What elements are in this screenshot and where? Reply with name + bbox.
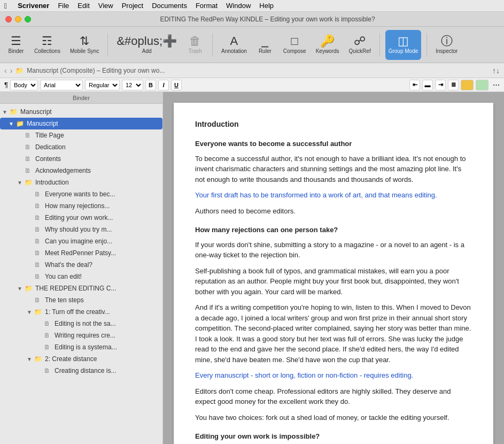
binder-item-why-should[interactable]: 🗎 Why should you try m... bbox=[0, 224, 162, 235]
italic-button[interactable]: I bbox=[158, 80, 169, 90]
align-justify-button[interactable]: ≣ bbox=[448, 80, 459, 90]
underline-button[interactable]: U bbox=[171, 80, 182, 90]
binder-header: Binder bbox=[0, 92, 162, 104]
apple-menu[interactable]:  bbox=[4, 2, 7, 10]
navbar: ‹ › 📁 Manuscript (Composite) – Editing y… bbox=[0, 63, 504, 78]
writing-requires-label: Writing requires cre... bbox=[55, 332, 160, 339]
editor-page[interactable]: Introduction Everyone wants to become a … bbox=[174, 103, 493, 444]
collections-icon: ☶ bbox=[42, 35, 52, 47]
font-color-button[interactable] bbox=[461, 80, 474, 90]
why-should-label: Why should you try m... bbox=[45, 226, 160, 233]
inspector-button[interactable]: ⓘ Inspector bbox=[432, 30, 461, 60]
group-mode-button[interactable]: ◫ Group Mode bbox=[385, 30, 422, 60]
binder-manuscript[interactable]: ▼ 📁 Manuscript bbox=[0, 118, 162, 129]
menu-view[interactable]: View bbox=[98, 2, 113, 10]
format-bar: ¶ Body Arial Regular 12 B I U ⇤ ▬ ⇥ ≣ ⋯ bbox=[0, 78, 504, 92]
section-title: Introduction bbox=[195, 119, 472, 130]
compose-button[interactable]: □ Compose bbox=[280, 30, 309, 60]
font-size-select[interactable]: 12 bbox=[122, 80, 143, 90]
app-name: Scrivener bbox=[18, 2, 49, 10]
menu-file[interactable]: File bbox=[58, 2, 69, 10]
binder-item-ten-steps[interactable]: 🗎 The ten steps bbox=[0, 294, 162, 306]
align-center-button[interactable]: ▬ bbox=[422, 80, 433, 90]
binder-root-item[interactable]: ▼ 📁 Manuscript bbox=[0, 106, 162, 118]
doc-icon-acknowledgements: 🗎 bbox=[25, 167, 33, 174]
intro-expand: ▼ bbox=[17, 180, 25, 186]
collections-button[interactable]: ☶ Collections bbox=[31, 30, 64, 60]
highlight-button[interactable] bbox=[476, 80, 489, 90]
ten-steps-label: The ten steps bbox=[45, 296, 160, 304]
bold-button[interactable]: B bbox=[145, 80, 156, 90]
nav-arrows-up-down[interactable]: ↑↓ bbox=[492, 66, 500, 75]
binder-item-the-redpen[interactable]: ▼ 📁 THE REDPEN EDITING C... bbox=[0, 282, 162, 294]
main-area: Binder ▼ 📁 Manuscript ▼ 📁 Manuscript 🗎 T… bbox=[0, 92, 504, 444]
binder-item-how-many[interactable]: 🗎 How many rejections... bbox=[0, 200, 162, 212]
menu-bar:  Scrivener File Edit View Project Docum… bbox=[0, 0, 504, 12]
menu-format[interactable]: Format bbox=[196, 2, 218, 10]
binder-item-contents[interactable]: 🗎 Contents bbox=[0, 153, 162, 165]
minimize-button[interactable] bbox=[15, 16, 21, 22]
align-left-button[interactable]: ⇤ bbox=[409, 80, 420, 90]
everyone-label: Everyone wants to bec... bbox=[45, 190, 160, 198]
divider-4 bbox=[427, 33, 427, 57]
mobile-sync-label: Mobile Sync bbox=[70, 48, 99, 54]
mobile-sync-button[interactable]: ⇅ Mobile Sync bbox=[67, 30, 102, 60]
nav-path-text: Manuscript (Composite) – Editing your ow… bbox=[27, 67, 489, 74]
font-weight-select[interactable]: Regular bbox=[85, 80, 120, 90]
menu-project[interactable]: Project bbox=[122, 2, 143, 10]
binder-item-everyone[interactable]: 🗎 Everyone wants to bec... bbox=[0, 188, 162, 200]
manuscript-folder-icon: 📁 bbox=[16, 120, 25, 127]
inspector-icon: ⓘ bbox=[441, 35, 453, 47]
binder-item-create-distance[interactable]: ▼ 📁 2: Create distance bbox=[0, 353, 162, 365]
add-button[interactable]: &#oplus;➕ Add bbox=[113, 30, 180, 60]
compose-icon: □ bbox=[291, 35, 298, 47]
quickref-button[interactable]: ☍ QuickRef bbox=[346, 30, 374, 60]
block-para-7: And if it's a writing competition you're… bbox=[195, 302, 472, 365]
binder-item-you-can-edit[interactable]: 🗎 You can edit! bbox=[0, 271, 162, 282]
block-para-6: Self-publishing a book full of typos, an… bbox=[195, 266, 472, 297]
paragraph-style-select[interactable]: Body bbox=[10, 80, 38, 90]
close-button[interactable] bbox=[5, 16, 12, 22]
binder-item-title-page[interactable]: 🗎 Title Page bbox=[0, 129, 162, 141]
trash-label: Trash bbox=[188, 48, 201, 54]
ruler-icon: ⎯ bbox=[261, 35, 268, 47]
binder-item-whats-deal[interactable]: 🗎 What's the deal? bbox=[0, 259, 162, 271]
binder-item-introduction[interactable]: ▼ 📁 Introduction bbox=[0, 177, 162, 188]
binder-item-dedication[interactable]: 🗎 Dedication bbox=[0, 141, 162, 153]
binder-item-acknowledgements[interactable]: 🗎 Acknowledgements bbox=[0, 165, 162, 177]
font-select[interactable]: Arial bbox=[40, 80, 83, 90]
nav-back-button[interactable]: ‹ bbox=[4, 66, 7, 75]
menu-documents[interactable]: Documents bbox=[152, 2, 187, 10]
how-many-label: How many rejections... bbox=[45, 202, 160, 210]
doc-icon-can-you: 🗎 bbox=[34, 238, 43, 245]
trash-button[interactable]: 🗑 Trash bbox=[183, 30, 207, 60]
traffic-lights bbox=[5, 16, 31, 22]
more-options-button[interactable]: ⋯ bbox=[493, 81, 500, 89]
binder-label: Binder bbox=[9, 48, 24, 54]
binder-item-editing-systema[interactable]: 🗎 Editing is a systema... bbox=[0, 341, 162, 353]
whats-deal-label: What's the deal? bbox=[45, 261, 160, 269]
binder-item-turn-off[interactable]: ▼ 📁 1: Turn off the creativ... bbox=[0, 306, 162, 318]
keywords-button[interactable]: 🔑 Keywords bbox=[313, 30, 343, 60]
annotation-button[interactable]: A Annotation bbox=[218, 30, 250, 60]
nav-forward-button[interactable]: › bbox=[10, 66, 13, 75]
binder-item-editing-own[interactable]: 🗎 Editing your own work... bbox=[0, 212, 162, 224]
doc-icon-deal: 🗎 bbox=[34, 261, 43, 269]
annotation-label: Annotation bbox=[221, 48, 247, 54]
menu-edit[interactable]: Edit bbox=[77, 2, 89, 10]
binder-item-editing-not[interactable]: 🗎 Editing is not the sa... bbox=[0, 318, 162, 330]
binder-item-meet-redpenner[interactable]: 🗎 Meet RedPenner Patsy... bbox=[0, 247, 162, 259]
doc-icon-everyone: 🗎 bbox=[34, 190, 43, 198]
binder-button[interactable]: ☰ Binder bbox=[4, 30, 28, 60]
menu-help[interactable]: Help bbox=[259, 2, 274, 10]
ruler-button[interactable]: ⎯ Ruler bbox=[253, 30, 277, 60]
group-mode-label: Group Mode bbox=[389, 48, 418, 54]
binder-root: ▼ 📁 Manuscript ▼ 📁 Manuscript 🗎 Title Pa… bbox=[0, 104, 162, 379]
align-right-button[interactable]: ⇥ bbox=[435, 80, 446, 90]
menu-window[interactable]: Window bbox=[226, 2, 251, 10]
binder-item-can-you[interactable]: 🗎 Can you imagine enjo... bbox=[0, 235, 162, 247]
binder-item-writing-requires[interactable]: 🗎 Writing requires cre... bbox=[0, 330, 162, 341]
binder-item-creating-distance[interactable]: 🗎 Creating distance is... bbox=[0, 365, 162, 377]
maximize-button[interactable] bbox=[25, 16, 31, 22]
quickref-icon: ☍ bbox=[354, 35, 366, 47]
